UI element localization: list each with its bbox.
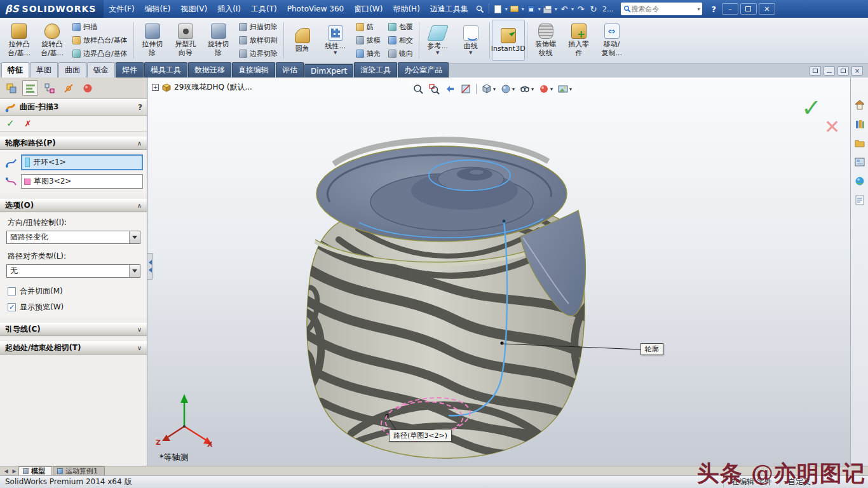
pm-ok-button[interactable]: ✓ [6, 118, 15, 129]
zoom-area-icon[interactable] [427, 83, 441, 95]
menu-view[interactable]: 视图(V) [176, 0, 213, 18]
search-dropdown-caret[interactable]: ▾ [697, 6, 700, 12]
command-search-box[interactable]: ▾ [621, 3, 702, 15]
undo-dropdown-caret[interactable]: ▾ [571, 6, 574, 12]
displaymanager-tab[interactable] [79, 80, 95, 96]
doc-minimize-icon[interactable] [824, 66, 835, 76]
alignment-dropdown-arrow[interactable] [129, 265, 140, 277]
profile-callout[interactable]: 轮廓 [641, 343, 663, 355]
doc-restore-icon[interactable] [837, 66, 849, 76]
appearances-icon[interactable] [853, 174, 867, 188]
intersect-button[interactable]: 相交 [386, 34, 416, 46]
reference-geometry-caret[interactable]: ▼ [436, 50, 439, 55]
tab-surfaces[interactable]: 曲面 [58, 62, 86, 78]
swept-boss-button[interactable]: 扫描 [70, 21, 130, 33]
extruded-boss-button[interactable]: 拉伸凸 台/基... [3, 20, 36, 61]
section-profile-path[interactable]: 轮廓和路径(P) ∧ [0, 137, 147, 150]
pm-cancel-button[interactable]: ✗ [25, 119, 32, 128]
document-flyout-label[interactable]: + 29玫瑰花DHQ (默认... [152, 82, 252, 93]
path-endpoint[interactable] [503, 220, 506, 223]
view-palette-icon[interactable] [853, 155, 867, 169]
confirm-ok-button[interactable]: ✓ [801, 94, 822, 122]
linear-pattern-caret[interactable]: ▼ [334, 50, 337, 55]
custom-properties-icon[interactable] [853, 193, 867, 207]
lofted-boss-button[interactable]: 放样凸台/基体 [70, 34, 130, 46]
new-dropdown-caret[interactable]: ▾ [505, 6, 508, 12]
orientation-dropdown-arrow[interactable] [129, 231, 140, 243]
profile-anchor-point[interactable] [500, 341, 503, 344]
save-dropdown-caret[interactable]: ▾ [538, 6, 541, 12]
previous-view-icon[interactable] [443, 83, 457, 95]
panel-splitter[interactable] [147, 253, 153, 280]
hide-show-items-icon[interactable]: ▾ [518, 83, 535, 95]
doc-close-icon[interactable]: × [851, 66, 863, 76]
tab-render-tools[interactable]: 渲染工具 [354, 62, 397, 78]
section-start-end-tangency[interactable]: 起始处/结束处相切(T) ∨ [0, 341, 147, 355]
reference-geometry-button[interactable]: 参考... ▼ [421, 20, 454, 61]
tab-scroll-left-icon[interactable]: ◀ [2, 467, 10, 475]
edit-appearance-icon[interactable]: ▾ [537, 83, 554, 95]
swept-cut-button[interactable]: 扫描切除 [236, 21, 280, 33]
save-icon[interactable] [526, 3, 537, 15]
curves-caret[interactable]: ▼ [469, 50, 472, 55]
section-options[interactable]: 选项(O) ∧ [0, 199, 147, 212]
view-orientation-icon[interactable]: ▾ [480, 83, 497, 95]
menu-insert[interactable]: 插入(I) [212, 0, 246, 18]
fillet-button[interactable]: 圆角 [286, 20, 319, 61]
command-search-input[interactable] [631, 5, 697, 13]
motion-study-tab[interactable]: 运动算例1 [53, 466, 105, 475]
cosmetic-thread-button[interactable]: 装饰螺 纹线 [529, 20, 562, 61]
section-guide-curves[interactable]: 引导线(C) ∨ [0, 323, 147, 336]
tab-data-migration[interactable]: 数据迁移 [188, 62, 231, 78]
menu-maidi-tools[interactable]: 迈迪工具集 [425, 0, 473, 18]
display-style-icon[interactable]: ▾ [499, 83, 516, 95]
maidi-tools-icon[interactable] [474, 3, 485, 15]
path-selection-field[interactable]: 草图3<2> [21, 174, 143, 189]
merge-checkbox[interactable] [8, 287, 16, 295]
model-3d-view[interactable]: X Z [148, 78, 850, 466]
configurationmanager-tab[interactable] [41, 80, 57, 96]
menu-window[interactable]: 窗口(W) [349, 0, 388, 18]
curves-button[interactable]: 曲线 ▼ [454, 20, 487, 61]
tab-office-products[interactable]: 办公室产品 [398, 62, 449, 78]
toolbar-overflow-label[interactable]: 2... [602, 5, 614, 13]
propertymanager-tab[interactable] [22, 80, 38, 96]
confirm-cancel-button[interactable]: ✕ [824, 116, 840, 138]
doc-cascade-icon[interactable] [810, 66, 821, 76]
revolved-boss-button[interactable]: 旋转凸 台/基... [36, 20, 69, 61]
profile-selection-field[interactable]: 开环<1> [21, 154, 143, 170]
tab-dimxpert[interactable]: DimXpert [304, 64, 353, 78]
rib-button[interactable]: 筋 [353, 21, 383, 33]
print-icon[interactable] [542, 3, 553, 15]
orientation-dropdown[interactable]: 随路径变化 [6, 231, 140, 244]
lofted-cut-button[interactable]: 放样切割 [236, 34, 280, 46]
customize-status-text[interactable]: 自定义 [780, 477, 818, 487]
menu-edit[interactable]: 编辑(E) [140, 0, 176, 18]
tab-scroll-right-icon[interactable]: ▶ [10, 467, 18, 475]
tab-weldments[interactable]: 焊件 [116, 62, 144, 78]
rolled-opening[interactable] [316, 140, 567, 241]
menu-help[interactable]: 帮助(H) [388, 0, 424, 18]
file-explorer-icon[interactable] [853, 136, 867, 150]
move-copy-button[interactable]: ⇔ 移动/ 复制... [595, 20, 628, 61]
design-library-icon[interactable] [853, 117, 867, 131]
dimxpertmanager-tab[interactable] [60, 80, 76, 96]
extruded-cut-button[interactable]: 拉伸切 除 [136, 20, 169, 61]
model-tab[interactable]: 模型 [18, 466, 52, 475]
tab-mold-tools[interactable]: 模具工具 [144, 62, 187, 78]
tab-features[interactable]: 特征 [1, 62, 29, 78]
tab-direct-editing[interactable]: 直接编辑 [232, 62, 275, 78]
pm-help-button[interactable]: ? [138, 103, 142, 112]
alignment-dropdown[interactable]: 无 [6, 264, 140, 278]
insert-part-button[interactable]: 插入零 件 [562, 20, 595, 61]
linear-pattern-button[interactable]: 线性... ▼ [319, 20, 352, 61]
section-view-icon[interactable] [459, 83, 473, 95]
maximize-button[interactable] [740, 3, 757, 15]
boundary-boss-button[interactable]: 边界凸台/基体 [70, 48, 130, 60]
hole-wizard-button[interactable]: 异型孔 向导 [169, 20, 202, 61]
preview-checkbox[interactable]: ✓ [8, 303, 16, 311]
help-button[interactable]: ? [707, 4, 720, 14]
menu-file[interactable]: 文件(F) [104, 0, 139, 18]
close-button[interactable]: ✕ [759, 3, 775, 15]
tab-evaluate[interactable]: 评估 [276, 62, 304, 78]
